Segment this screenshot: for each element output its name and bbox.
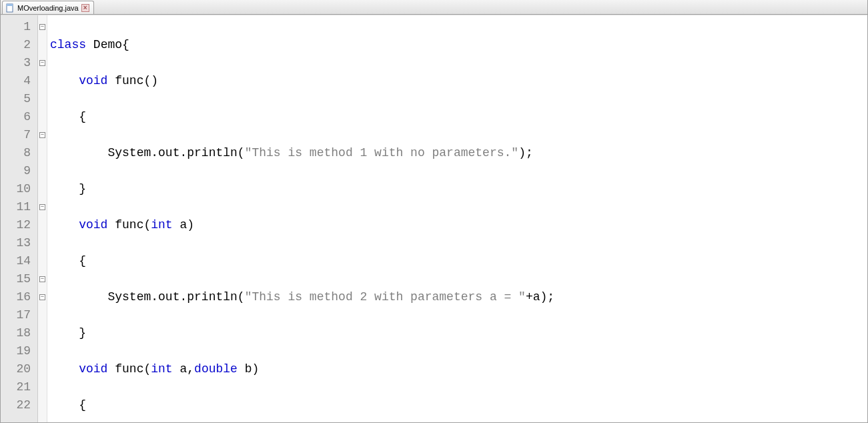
code-line: { [49,396,867,414]
file-icon [5,3,15,13]
line-number[interactable]: 11 [5,198,31,216]
line-number[interactable]: 19 [5,342,31,360]
fold-column: − − − − − − [38,15,47,422]
line-number[interactable]: 15 [5,270,31,288]
fold-toggle[interactable]: − [38,270,47,288]
svg-rect-1 [7,4,13,6]
line-number[interactable]: 9 [5,162,31,180]
code-line: } [49,180,867,198]
line-number-gutter: 1 2 3 4 5 6 7 8 9 10 11 12 13 14 15 16 1… [1,15,38,422]
fold-toggle[interactable]: − [38,126,47,144]
fold-toggle[interactable]: − [38,54,47,72]
line-number[interactable]: 7 [5,126,31,144]
code-line: { [49,108,867,126]
code-line: { [49,252,867,270]
file-tab[interactable]: MOverloading.java × [2,1,94,14]
tab-filename: MOverloading.java [17,4,79,12]
line-number[interactable]: 1 [5,18,31,36]
line-number[interactable]: 8 [5,144,31,162]
line-number[interactable]: 13 [5,234,31,252]
line-number[interactable]: 18 [5,324,31,342]
line-number[interactable]: 12 [5,216,31,234]
editor-body: 1 2 3 4 5 6 7 8 9 10 11 12 13 14 15 16 1… [1,15,867,422]
code-line: System.out.println("This is method 2 wit… [49,288,867,306]
line-number[interactable]: 21 [5,378,31,396]
code-area[interactable]: class Demo{ void func() { System.out.pri… [47,15,867,422]
line-number[interactable]: 6 [5,108,31,126]
line-number[interactable]: 5 [5,90,31,108]
line-number[interactable]: 16 [5,288,31,306]
fold-toggle[interactable]: − [38,288,47,306]
fold-toggle[interactable]: − [38,198,47,216]
line-number[interactable]: 17 [5,306,31,324]
code-line: class Demo{ [49,36,867,54]
code-line: void func(int a) [49,216,867,234]
code-line: void func() [49,72,867,90]
line-number[interactable]: 2 [5,36,31,54]
line-number[interactable]: 22 [5,396,31,414]
editor-frame: MOverloading.java × 1 2 3 4 5 6 7 8 9 10… [0,0,868,423]
fold-toggle[interactable]: − [38,18,47,36]
tab-bar: MOverloading.java × [1,0,867,15]
code-line: System.out.println("This is method 1 wit… [49,144,867,162]
line-number[interactable]: 4 [5,72,31,90]
line-number[interactable]: 10 [5,180,31,198]
line-number[interactable]: 3 [5,54,31,72]
code-line: void func(int a,double b) [49,360,867,378]
line-number[interactable]: 14 [5,252,31,270]
line-number[interactable]: 20 [5,360,31,378]
code-line: } [49,324,867,342]
close-icon[interactable]: × [81,4,89,12]
